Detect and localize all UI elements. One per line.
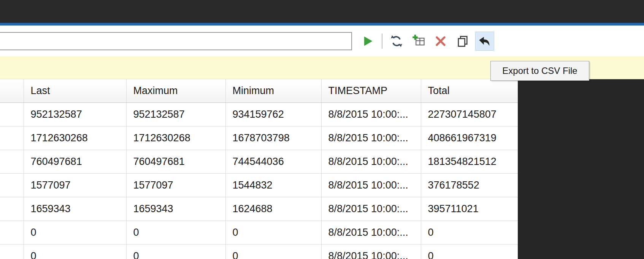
column-header[interactable]: Last <box>24 79 126 102</box>
grid-cell[interactable]: 0 <box>225 221 321 244</box>
table-row: 0008/8/2015 10:00:...0 <box>0 221 518 244</box>
row-selector[interactable] <box>0 221 24 244</box>
counter-path-input[interactable] <box>0 32 352 50</box>
app-window: LastMaximumMinimumTIMESTAMPTotal 9521325… <box>0 0 644 259</box>
export-csv-button[interactable] <box>475 32 494 51</box>
grid-cell[interactable]: 0 <box>24 244 126 259</box>
column-header[interactable]: Maximum <box>126 79 225 102</box>
row-selector[interactable] <box>0 150 24 173</box>
table-row: 1659343165934316246888/8/2015 10:00:...3… <box>0 197 518 221</box>
table-row: 9521325879521325879341597628/8/2015 10:0… <box>0 102 518 126</box>
row-selector[interactable] <box>0 197 24 221</box>
grid-cell[interactable]: 395711021 <box>421 197 518 221</box>
column-header[interactable]: TIMESTAMP <box>321 79 421 102</box>
copy-icon <box>456 34 470 48</box>
grid-cell[interactable]: 0 <box>421 244 518 259</box>
grid-cell[interactable]: 8/8/2015 10:00:... <box>321 173 421 197</box>
grid-cell[interactable]: 0 <box>225 244 321 259</box>
grid-cell[interactable]: 760497681 <box>24 150 126 173</box>
grid-cell[interactable]: 8/8/2015 10:00:... <box>321 126 421 150</box>
refresh-button[interactable] <box>387 32 406 51</box>
grid-cell[interactable]: 408661967319 <box>421 126 518 150</box>
grid-cell[interactable]: 227307145807 <box>421 102 518 126</box>
grid-cell[interactable]: 8/8/2015 10:00:... <box>321 197 421 221</box>
grid-cell[interactable]: 952132587 <box>24 102 126 126</box>
grid-cell[interactable]: 376178552 <box>421 173 518 197</box>
window-title-bar <box>0 0 644 23</box>
grid-cell[interactable]: 8/8/2015 10:00:... <box>321 221 421 244</box>
add-counter-button[interactable] <box>409 32 428 51</box>
grid-cell[interactable]: 1577097 <box>24 173 126 197</box>
table-row: 1712630268171263026816787037988/8/2015 1… <box>0 126 518 150</box>
table-row: 7604976817604976817445440368/8/2015 10:0… <box>0 150 518 173</box>
grid-body: 9521325879521325879341597628/8/2015 10:0… <box>0 102 518 259</box>
table-row: 0008/8/2015 10:00:...0 <box>0 244 518 259</box>
grid-cell[interactable]: 952132587 <box>126 102 225 126</box>
grid-cell[interactable]: 744544036 <box>225 150 321 173</box>
table-row: 1577097157709715448328/8/2015 10:00:...3… <box>0 173 518 197</box>
grid-cell[interactable]: 1712630268 <box>126 126 225 150</box>
grid-cell[interactable]: 1678703798 <box>225 126 321 150</box>
play-icon <box>361 34 374 48</box>
grid-cell[interactable]: 8/8/2015 10:00:... <box>321 150 421 173</box>
export-csv-icon <box>478 34 492 48</box>
grid-cell[interactable]: 1577097 <box>126 173 225 197</box>
column-header[interactable]: Minimum <box>225 79 321 102</box>
results-table: LastMaximumMinimumTIMESTAMPTotal 9521325… <box>0 79 518 259</box>
grid-cell[interactable]: 8/8/2015 10:00:... <box>321 102 421 126</box>
toolbar <box>0 26 644 56</box>
grid-cell[interactable]: 1659343 <box>24 197 126 221</box>
row-selector[interactable] <box>0 244 24 259</box>
add-counter-icon <box>412 34 425 48</box>
grid-cell[interactable]: 181354821512 <box>421 150 518 173</box>
delete-button[interactable] <box>431 32 450 51</box>
column-header[interactable]: Total <box>421 79 518 102</box>
run-button[interactable] <box>358 32 377 51</box>
toolbar-separator <box>382 34 382 49</box>
row-selector-column-header[interactable] <box>0 79 24 102</box>
row-selector[interactable] <box>0 173 24 197</box>
grid-cell[interactable]: 934159762 <box>225 102 321 126</box>
accent-line <box>0 23 644 26</box>
grid-cell[interactable]: 0 <box>421 221 518 244</box>
grid-cell[interactable]: 0 <box>126 221 225 244</box>
grid-cell[interactable]: 1544832 <box>225 173 321 197</box>
delete-x-icon <box>434 34 447 48</box>
refresh-icon <box>390 34 403 48</box>
export-tooltip: Export to CSV File <box>490 61 589 81</box>
grid-cell[interactable]: 0 <box>126 244 225 259</box>
grid-cell[interactable]: 1659343 <box>126 197 225 221</box>
grid-cell[interactable]: 1624688 <box>225 197 321 221</box>
grid-cell[interactable]: 1712630268 <box>24 126 126 150</box>
background-panel <box>518 79 644 259</box>
grid-cell[interactable]: 0 <box>24 221 126 244</box>
header-row: LastMaximumMinimumTIMESTAMPTotal <box>0 79 518 102</box>
results-grid: LastMaximumMinimumTIMESTAMPTotal 9521325… <box>0 79 518 259</box>
grid-cell[interactable]: 760497681 <box>126 150 225 173</box>
grid-cell[interactable]: 8/8/2015 10:00:... <box>321 244 421 259</box>
row-selector[interactable] <box>0 102 24 126</box>
row-selector[interactable] <box>0 126 24 150</box>
copy-button[interactable] <box>453 32 472 51</box>
